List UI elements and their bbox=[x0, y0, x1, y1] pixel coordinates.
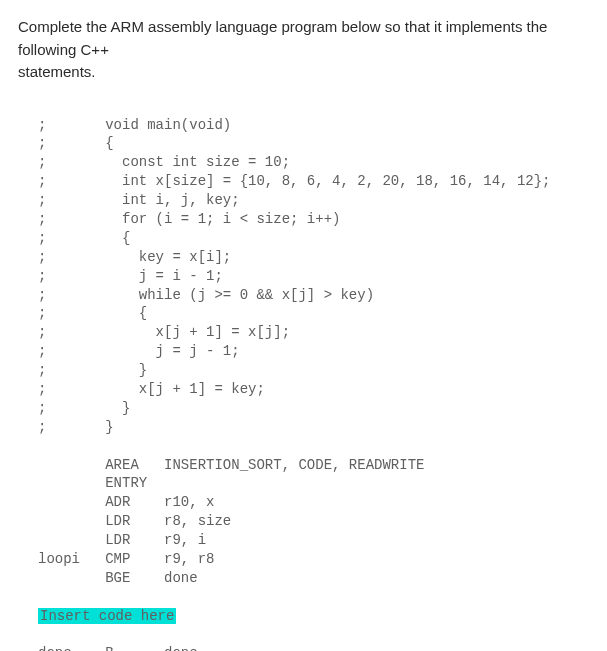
c-line-7: ; key = x[i]; bbox=[38, 249, 231, 265]
c-line-10: ; { bbox=[38, 305, 147, 321]
c-line-5: ; for (i = 1; i < size; i++) bbox=[38, 211, 340, 227]
asm-line-3: LDR r8, size bbox=[38, 513, 231, 529]
c-line-8: ; j = i - 1; bbox=[38, 268, 223, 284]
asm-line-5: loopi CMP r9, r8 bbox=[38, 551, 214, 567]
question-line-1: Complete the ARM assembly language progr… bbox=[18, 18, 547, 58]
question-line-2: statements. bbox=[18, 63, 96, 80]
c-line-0: ; void main(void) bbox=[38, 117, 231, 133]
c-line-9: ; while (j >= 0 && x[j] > key) bbox=[38, 287, 374, 303]
asm-line-6: BGE done bbox=[38, 570, 198, 586]
asm-line-0: AREA INSERTION_SORT, CODE, READWRITE bbox=[38, 457, 424, 473]
c-line-14: ; x[j + 1] = key; bbox=[38, 381, 265, 397]
insert-code-placeholder: Insert code here bbox=[38, 608, 176, 624]
c-line-15: ; } bbox=[38, 400, 130, 416]
c-line-1: ; { bbox=[38, 135, 114, 151]
asm-line-4: LDR r9, i bbox=[38, 532, 206, 548]
code-listing: ; void main(void) ; { ; const int size =… bbox=[38, 116, 589, 652]
c-line-12: ; j = j - 1; bbox=[38, 343, 240, 359]
question-prompt: Complete the ARM assembly language progr… bbox=[18, 16, 589, 84]
c-line-13: ; } bbox=[38, 362, 147, 378]
c-line-11: ; x[j + 1] = x[j]; bbox=[38, 324, 290, 340]
c-line-2: ; const int size = 10; bbox=[38, 154, 290, 170]
asm-line-1: ENTRY bbox=[38, 475, 147, 491]
c-line-4: ; int i, j, key; bbox=[38, 192, 240, 208]
c-line-6: ; { bbox=[38, 230, 130, 246]
asm-line-2: ADR r10, x bbox=[38, 494, 214, 510]
page-root: Complete the ARM assembly language progr… bbox=[0, 0, 607, 651]
asm-line-7: done B done bbox=[38, 645, 198, 651]
c-line-3: ; int x[size] = {10, 8, 6, 4, 2, 20, 18,… bbox=[38, 173, 550, 189]
c-line-16: ; } bbox=[38, 419, 114, 435]
